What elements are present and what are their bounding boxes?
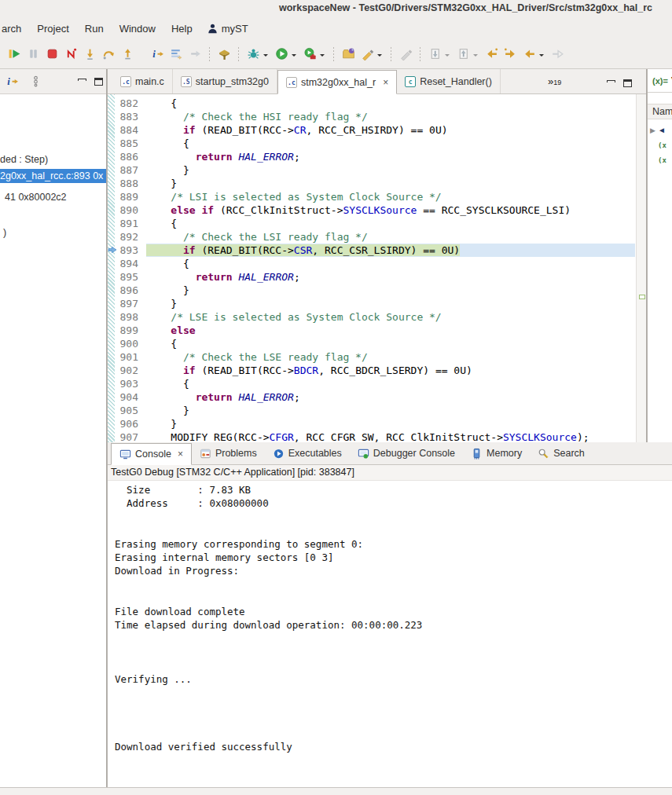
editor-tab-startup-stm32g0[interactable]: .Sstartup_stm32g0: [173, 69, 277, 93]
code-line-889[interactable]: 889 /* LSI is selected as System Clock S…: [108, 190, 635, 203]
code-line-885[interactable]: 885 {: [108, 137, 635, 150]
code-line-888[interactable]: 888 }: [108, 177, 635, 190]
view-tab-debugger-console[interactable]: Debugger Console: [350, 442, 463, 464]
run-dropdown-caret[interactable]: [292, 54, 296, 59]
variables-name-column-header[interactable]: Nam: [648, 104, 672, 119]
code-line-896[interactable]: 896 }: [108, 284, 635, 297]
view-tab-problems[interactable]: Problems: [192, 442, 265, 464]
back-button[interactable]: [482, 45, 501, 64]
code-line-902[interactable]: 902 if (READ_BIT(RCC->BDCR, RCC_BDCR_LSE…: [108, 364, 635, 377]
build-button[interactable]: [215, 45, 233, 64]
code-line-884[interactable]: 884 if (READ_BIT(RCC->CR, RCC_CR_HSIRDY)…: [108, 123, 635, 137]
code-line-895[interactable]: 895 return HAL_ERROR;: [108, 270, 635, 284]
menu-arch[interactable]: arch: [0, 20, 29, 38]
restart-button[interactable]: [61, 45, 80, 64]
console-output[interactable]: Size : 7.83 KB Address : 0x08000000 Eras…: [108, 481, 672, 787]
code-text[interactable]: /* LSE is selected as System Clock Sourc…: [146, 310, 635, 324]
code-text[interactable]: return HAL_ERROR;: [146, 270, 635, 284]
run-button[interactable]: [272, 45, 291, 64]
maximize-editor-button[interactable]: [623, 79, 632, 87]
code-line-904[interactable]: 904 return HAL_ERROR;: [108, 390, 635, 404]
code-line-890[interactable]: 890 else if (RCC_ClkInitStruct->SYSCLKSo…: [108, 203, 635, 217]
code-text[interactable]: if (READ_BIT(RCC->BDCR, RCC_BDCR_LSERDY)…: [146, 364, 635, 377]
code-text[interactable]: }: [146, 284, 635, 297]
editor-tab-reset-handler-[interactable]: cReset_Handler(): [397, 69, 501, 93]
code-line-905[interactable]: 905 }: [108, 404, 635, 417]
external-tools-button[interactable]: [300, 45, 319, 64]
code-line-900[interactable]: 900 {: [108, 337, 635, 350]
code-text[interactable]: {: [146, 257, 635, 270]
code-text[interactable]: {: [146, 137, 635, 150]
new-project-button[interactable]: [339, 45, 358, 64]
overview-ruler[interactable]: [636, 94, 646, 442]
expander-icon[interactable]: ▶: [650, 126, 655, 134]
code-text[interactable]: {: [146, 337, 635, 350]
highlighter-dropdown-caret[interactable]: [377, 54, 382, 59]
code-text[interactable]: }: [146, 297, 635, 310]
menu-window[interactable]: Window: [112, 20, 163, 38]
menu-project[interactable]: Project: [29, 20, 76, 38]
code-text[interactable]: return HAL_ERROR;: [146, 150, 635, 163]
export-button[interactable]: [454, 45, 472, 64]
step-filters-toggle[interactable]: [167, 45, 185, 64]
code-line-901[interactable]: 901 /* Check the LSE ready flag */: [108, 350, 635, 364]
resume-button[interactable]: [5, 45, 24, 64]
code-line-887[interactable]: 887 }: [108, 163, 635, 177]
code-text[interactable]: /* Check the LSI ready flag */: [146, 230, 635, 244]
menu-help[interactable]: Help: [163, 20, 200, 38]
variable-row[interactable]: (x: [648, 152, 672, 167]
code-text[interactable]: /* Check the HSI ready flag */: [146, 110, 635, 123]
tab-overflow-chevron[interactable]: »19: [548, 75, 561, 87]
code-text[interactable]: }: [146, 417, 635, 430]
debug-stack-frame[interactable]: 41 0x80002c2: [0, 190, 106, 204]
user-menu[interactable]: myST: [200, 20, 255, 38]
variable-row[interactable]: (x: [648, 137, 672, 152]
export-dropdown-caret[interactable]: [473, 54, 478, 59]
close-tab-icon[interactable]: ×: [178, 449, 183, 460]
code-text[interactable]: {: [146, 97, 635, 110]
code-text[interactable]: }: [146, 177, 635, 190]
view-tab-executables[interactable]: Executables: [265, 442, 350, 464]
code-text[interactable]: {: [146, 377, 635, 390]
view-menu-icon[interactable]: [27, 73, 44, 90]
forward-button[interactable]: [501, 45, 520, 64]
minimize-view-button[interactable]: [78, 78, 86, 84]
debug-dropdown-caret[interactable]: [263, 54, 268, 59]
code-line-892[interactable]: 892 /* Check the LSI ready flag */: [108, 230, 635, 244]
code-line-886[interactable]: 886 return HAL_ERROR;: [108, 150, 635, 163]
debug-stack-frame[interactable]: ded : Step): [0, 152, 106, 167]
navigation-dropdown-caret[interactable]: [539, 54, 544, 59]
next-annotation-button[interactable]: [548, 45, 567, 64]
editor-tab-main-c[interactable]: .cmain.c: [112, 69, 173, 93]
code-line-899[interactable]: 899 else: [108, 324, 635, 337]
quickdiff-ruler[interactable]: [108, 94, 115, 442]
pencil-button[interactable]: [396, 45, 415, 64]
import-button[interactable]: [425, 45, 444, 64]
minimize-editor-button[interactable]: [607, 79, 615, 86]
code-line-891[interactable]: 891 {: [108, 217, 635, 230]
terminate-button[interactable]: [42, 45, 61, 64]
code-line-893[interactable]: 893 if (READ_BIT(RCC->CSR, RCC_CSR_LSIRD…: [108, 244, 635, 257]
step-return-button[interactable]: [118, 45, 137, 64]
code-line-883[interactable]: 883 /* Check the HSI ready flag */: [108, 110, 635, 123]
debug-stack-frame[interactable]: ): [0, 225, 106, 240]
code-text[interactable]: }: [146, 163, 635, 177]
view-tab-memory[interactable]: Memory: [463, 442, 530, 464]
maximize-view-button[interactable]: [94, 78, 103, 86]
code-text[interactable]: else if (RCC_ClkInitStruct->SYSCLKSource…: [146, 203, 635, 217]
window-titlebar[interactable]: workspaceNew - TestG0/Drivers/STM32G0xx_…: [0, 0, 672, 17]
code-text[interactable]: /* Check the LSE ready flag */: [146, 350, 635, 364]
code-line-906[interactable]: 906 }: [108, 417, 635, 430]
step-into-button[interactable]: [80, 45, 99, 64]
code-line-894[interactable]: 894 {: [108, 257, 635, 270]
code-line-882[interactable]: 882 {: [108, 97, 635, 110]
code-line-907[interactable]: 907 MODIFY_REG(RCC->CFGR, RCC_CFGR_SW, R…: [108, 430, 635, 442]
editor-tab-stm32g0xx-hal-r[interactable]: .cstm32g0xx_hal_r×: [277, 70, 397, 94]
tab-variables[interactable]: (x)= V: [648, 69, 672, 93]
code-text[interactable]: if (READ_BIT(RCC->CSR, RCC_CSR_LSIRDY) =…: [146, 244, 635, 257]
code-text[interactable]: if (READ_BIT(RCC->CR, RCC_CR_HSIRDY) == …: [146, 123, 635, 137]
variable-row[interactable]: ▶ ◄: [648, 123, 672, 137]
close-tab-icon[interactable]: ×: [383, 77, 388, 88]
code-text[interactable]: return HAL_ERROR;: [146, 390, 635, 404]
external-tools-dropdown-caret[interactable]: [320, 54, 325, 59]
